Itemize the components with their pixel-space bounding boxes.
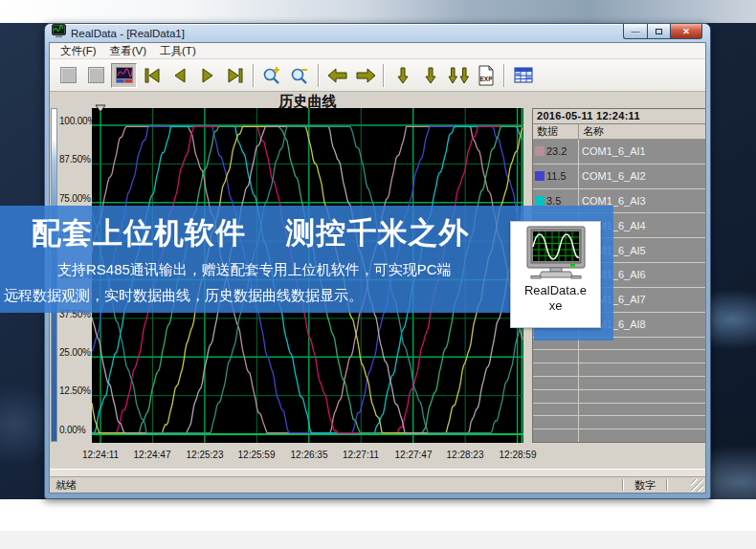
channel-name: COM1_6_AI1 — [579, 140, 705, 164]
window-controls: — ✕ — [623, 24, 702, 39]
exe-label-line1: RealData.e — [511, 283, 600, 298]
export-button[interactable]: EXP — [473, 63, 499, 88]
restore-icon — [656, 29, 662, 34]
curve-window-icon — [115, 66, 134, 84]
x-tick-label: 12:28:59 — [492, 450, 544, 460]
toolbar-gray-button-2[interactable] — [83, 63, 109, 88]
window-title: RealData - [RealData1] — [71, 28, 185, 39]
series-color-swatch — [535, 196, 545, 206]
channel-value: 11.5 — [546, 170, 567, 182]
x-tick-label: 12:25:23 — [179, 450, 231, 460]
toolbar-separator — [318, 64, 320, 87]
first-page-button[interactable] — [139, 63, 165, 88]
disabled-square-icon — [88, 67, 104, 83]
step-down-button[interactable] — [417, 63, 443, 88]
exp-label: EXP — [479, 76, 493, 82]
menu-tools[interactable]: 工具(T) — [154, 43, 202, 59]
x-tick-label: 12:24:47 — [126, 450, 178, 460]
page-gray-band — [0, 531, 756, 549]
arrow-left-icon — [326, 66, 349, 85]
last-page-button[interactable] — [222, 63, 248, 88]
table-row-empty[interactable] — [533, 416, 705, 429]
arrow-down-icon — [394, 66, 411, 85]
history-curve-button[interactable] — [111, 63, 137, 88]
x-tick-label: 12:26:35 — [283, 450, 335, 460]
y-tick-label: 100.00% — [59, 116, 94, 126]
table-row[interactable]: 11.5 COM1_6_AI2 — [533, 165, 705, 189]
status-ready-text: 就绪 — [50, 478, 622, 493]
resize-grip[interactable] — [691, 479, 703, 492]
table-row-empty[interactable] — [533, 363, 705, 377]
zoom-out-icon — [289, 65, 312, 86]
y-tick-label: 25.00% — [59, 347, 94, 358]
promo-body-line2: 远程数据观测，实时数据曲线，历史数据曲线数据显示。 — [4, 287, 363, 305]
table-row-empty[interactable] — [533, 390, 705, 404]
desktop-top-strip — [0, 0, 756, 25]
previous-icon — [169, 66, 190, 85]
restore-button[interactable] — [647, 24, 671, 39]
table-row-empty[interactable] — [533, 377, 705, 390]
toolbar-separator — [503, 64, 505, 87]
pan-left-button[interactable] — [324, 63, 350, 88]
series-color-swatch — [535, 146, 545, 156]
monitor-icon — [524, 226, 588, 279]
close-button[interactable]: ✕ — [671, 24, 702, 39]
status-num-indicator: 数字 — [624, 478, 666, 493]
promo-heading: 配套上位机软件 测控千米之外 — [32, 213, 470, 253]
data-grid-button[interactable] — [510, 63, 536, 88]
double-arrow-down-icon — [446, 66, 471, 85]
realdata-exe-card[interactable]: RealData.e xe — [510, 221, 601, 328]
zoom-out-button[interactable] — [287, 63, 313, 88]
move-down-button[interactable] — [389, 63, 415, 88]
toolbar: EXP — [50, 59, 705, 92]
page-white-area — [0, 499, 756, 531]
next-icon — [197, 66, 218, 85]
x-tick-label: 12:25:59 — [231, 450, 282, 460]
arrow-down-icon — [422, 66, 439, 85]
series-color-swatch — [535, 171, 545, 181]
x-tick-label: 12:28:23 — [439, 450, 491, 460]
menu-view[interactable]: 查看(V) — [104, 43, 152, 59]
status-separator — [666, 479, 668, 491]
disabled-square-icon — [60, 67, 77, 83]
x-tick-label: 12:24:11 — [75, 450, 126, 460]
next-button[interactable] — [194, 63, 220, 88]
y-tick-label: 87.50% — [59, 154, 94, 165]
pan-right-button[interactable] — [352, 63, 378, 88]
app-icon — [52, 24, 66, 42]
menu-file[interactable]: 文件(F) — [55, 43, 102, 59]
channel-name: COM1_6_AI2 — [579, 165, 705, 188]
exe-label-line2: xe — [511, 298, 600, 314]
table-row-empty[interactable] — [533, 350, 705, 363]
menu-bar: 文件(F) 查看(V) 工具(T) — [50, 43, 705, 59]
table-row[interactable]: 23.2 COM1_6_AI1 — [533, 140, 705, 165]
y-tick-label: 12.50% — [59, 385, 94, 396]
last-icon — [225, 66, 246, 85]
double-down-button[interactable] — [445, 63, 471, 88]
column-header-name: 名称 — [579, 124, 705, 139]
promo-body-line1: 支持RS485通讯输出，赠送配套专用上位机软件，可实现PC端 — [57, 261, 452, 279]
export-file-icon: EXP — [478, 65, 495, 86]
cursor-marker-icon[interactable] — [95, 99, 106, 117]
screenshot-root: RealData - [RealData1] — ✕ 文件(F) 查看(V) 工… — [0, 0, 756, 549]
status-bar: 就绪 数字 — [50, 477, 705, 493]
zoom-in-button[interactable] — [259, 63, 285, 88]
column-header-data: 数据 — [533, 124, 579, 139]
table-icon — [514, 67, 533, 84]
title-bar[interactable]: RealData - [RealData1] — [45, 24, 710, 42]
status-divider-strip — [50, 469, 705, 477]
y-tick-label: 0.00% — [59, 425, 94, 435]
arrow-right-icon — [354, 66, 377, 85]
zoom-in-icon — [261, 65, 284, 86]
minimize-button[interactable]: — — [623, 24, 647, 39]
toolbar-separator — [383, 64, 385, 87]
cursor-timestamp: 2016-05-11 12:24:11 — [533, 109, 705, 124]
x-tick-label: 12:27:11 — [335, 450, 387, 460]
previous-button[interactable] — [167, 63, 192, 88]
panel-header: 数据 名称 — [533, 124, 705, 140]
toolbar-gray-button-1[interactable] — [56, 63, 81, 88]
table-row-empty[interactable] — [533, 429, 705, 442]
first-icon — [142, 66, 163, 85]
toolbar-separator — [253, 64, 255, 87]
table-row-empty[interactable] — [533, 404, 705, 417]
